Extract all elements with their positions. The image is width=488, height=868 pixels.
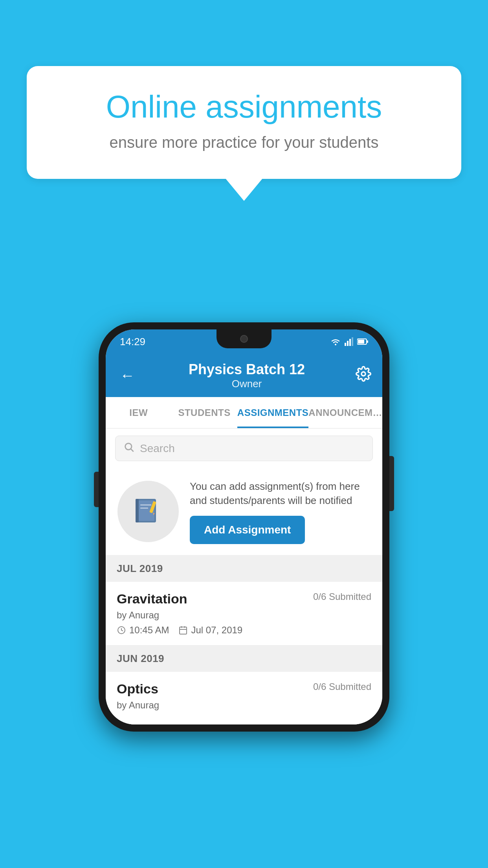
assignment-author: by Anurag <box>117 610 371 621</box>
tab-students[interactable]: STUDENTS <box>171 397 237 428</box>
settings-button[interactable] <box>356 366 371 385</box>
assignment-name-optics: Optics <box>117 681 158 697</box>
gear-icon <box>356 366 371 382</box>
signal-icon <box>345 337 353 346</box>
calendar-icon <box>178 625 188 635</box>
phone-shell: 14:29 <box>99 322 389 732</box>
info-content: You can add assignment(s) from here and … <box>190 479 371 544</box>
assignment-top-row-optics: Optics 0/6 Submitted <box>117 681 371 697</box>
svg-point-9 <box>125 443 132 450</box>
assignment-time: 10:45 AM <box>117 625 169 636</box>
batch-subtitle: Owner <box>138 378 356 390</box>
assignment-author-optics: by Anurag <box>117 700 371 711</box>
promo-title: Online assignments <box>54 90 434 124</box>
speech-bubble: Online assignments ensure more practice … <box>27 66 461 179</box>
search-icon <box>123 441 134 455</box>
assignment-meta: 10:45 AM Jul 07, 2019 <box>117 625 371 636</box>
info-card: You can add assignment(s) from here and … <box>106 468 382 555</box>
promo-subtitle: ensure more practice for your students <box>54 134 434 151</box>
battery-icon <box>357 338 368 345</box>
back-button[interactable]: ← <box>117 364 138 387</box>
phone-screen: 14:29 <box>106 329 382 725</box>
section-header-jun: JUN 2019 <box>106 645 382 672</box>
info-text: You can add assignment(s) from here and … <box>190 479 371 508</box>
assignment-item-optics[interactable]: Optics 0/6 Submitted by Anurag <box>106 672 382 725</box>
tab-assignments[interactable]: ASSIGNMENTS <box>237 397 309 428</box>
assignment-item-gravitation[interactable]: Gravitation 0/6 Submitted by Anurag 10:4… <box>106 582 382 645</box>
speech-bubble-arrow <box>225 178 263 201</box>
svg-rect-7 <box>367 340 368 343</box>
search-bar[interactable]: Search <box>115 436 373 461</box>
svg-rect-6 <box>358 340 364 344</box>
notch <box>216 329 272 348</box>
svg-point-0 <box>335 344 336 346</box>
svg-rect-15 <box>140 508 148 509</box>
assignment-submitted-optics: 0/6 Submitted <box>313 681 371 692</box>
assignment-date: Jul 07, 2019 <box>178 625 242 636</box>
batch-title: Physics Batch 12 <box>138 361 356 378</box>
assignment-icon-circle <box>117 481 179 542</box>
clock-icon <box>117 625 126 635</box>
status-bar: 14:29 <box>106 329 382 354</box>
svg-rect-19 <box>180 627 187 634</box>
app-bar: ← Physics Batch 12 Owner <box>106 354 382 397</box>
svg-rect-4 <box>352 337 353 346</box>
svg-point-8 <box>361 372 365 376</box>
tab-bar: IEW STUDENTS ASSIGNMENTS ANNOUNCEM… <box>106 397 382 428</box>
add-assignment-button[interactable]: Add Assignment <box>190 516 305 544</box>
svg-rect-13 <box>136 499 139 522</box>
svg-rect-14 <box>140 504 151 506</box>
promo-card: Online assignments ensure more practice … <box>27 66 461 201</box>
svg-rect-2 <box>347 341 349 346</box>
assignment-name: Gravitation <box>117 591 187 607</box>
status-time: 14:29 <box>120 336 145 348</box>
phone-mockup: 14:29 <box>99 322 389 732</box>
tab-announcements[interactable]: ANNOUNCEM… <box>308 397 382 428</box>
assignment-submitted: 0/6 Submitted <box>313 591 371 602</box>
wifi-icon <box>330 337 341 346</box>
status-icons <box>330 337 368 346</box>
camera <box>240 335 248 343</box>
search-bar-container: Search <box>106 428 382 468</box>
notebook-icon <box>132 496 164 527</box>
assignment-top-row: Gravitation 0/6 Submitted <box>117 591 371 607</box>
section-header-jul: JUL 2019 <box>106 555 382 582</box>
search-placeholder: Search <box>140 442 175 455</box>
app-bar-title-area: Physics Batch 12 Owner <box>138 361 356 390</box>
svg-line-10 <box>131 449 133 451</box>
tab-iew[interactable]: IEW <box>106 397 171 428</box>
svg-rect-3 <box>349 339 351 346</box>
svg-rect-1 <box>345 343 346 346</box>
